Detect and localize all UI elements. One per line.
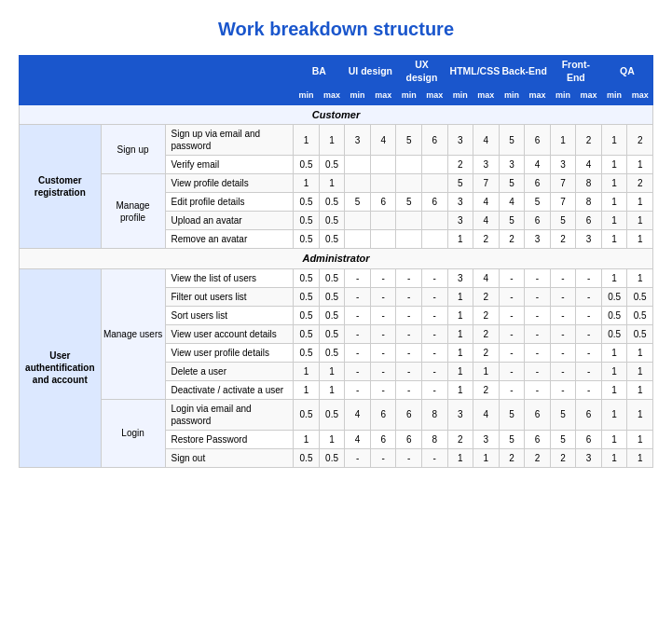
front-min-cell: -	[550, 362, 576, 380]
ba-max-cell: 0.5	[319, 268, 345, 287]
front-max-cell: 3	[576, 230, 602, 249]
back-min-cell: -	[499, 362, 525, 380]
qa-min-cell: 1	[601, 362, 627, 380]
qa-min-cell: 1	[601, 156, 627, 174]
html-max-cell: 2	[473, 287, 500, 306]
ba-max-cell: 1	[319, 125, 345, 156]
ux-max-cell	[422, 212, 448, 230]
ba-min-cell: 1	[294, 430, 320, 448]
back-max-cell: -	[525, 306, 551, 324]
ba-min-cell: 0.5	[294, 324, 320, 343]
ui-min: min	[345, 88, 371, 105]
ba-max-cell: 0.5	[319, 324, 345, 343]
front-min-cell: -	[550, 343, 576, 362]
wbs-table: BA UI design UX design HTML/CSS Back-End…	[19, 55, 653, 468]
ui-min-cell: 3	[345, 125, 371, 156]
qa-min-cell: 0.5	[601, 306, 627, 324]
qa-min-cell: 1	[601, 174, 627, 193]
ba-min-cell: 0.5	[294, 156, 320, 174]
front-min-cell: 7	[550, 174, 576, 193]
qa-min-cell: 1	[601, 448, 627, 467]
ui-min-cell	[345, 156, 371, 174]
usecase-cell: Remove an avatar	[165, 230, 294, 249]
front-max-cell: 8	[576, 193, 602, 212]
back-max-cell: 5	[525, 193, 551, 212]
ba-min-cell: 1	[294, 125, 320, 156]
qa-min-cell: 1	[601, 343, 627, 362]
section-label-row: Administrator	[20, 249, 653, 268]
ba-max-cell: 0.5	[319, 212, 345, 230]
back-min-cell: -	[499, 287, 525, 306]
front-min-cell: -	[550, 380, 576, 399]
ux-min-cell: 6	[396, 399, 422, 430]
ui-min-cell	[345, 230, 371, 249]
front-max-cell: 6	[576, 212, 602, 230]
ux-max-cell	[422, 230, 448, 249]
usecase-cell: View user profile details	[165, 343, 294, 362]
back-max-cell: 6	[525, 399, 551, 430]
ui-max-cell: -	[370, 380, 396, 399]
back-max-cell: 6	[525, 125, 551, 156]
back-max-cell: -	[525, 287, 551, 306]
ui-max-cell: -	[370, 362, 396, 380]
html-min-cell: 1	[447, 324, 473, 343]
front-min-cell: 5	[550, 212, 576, 230]
ui-max-cell	[370, 156, 396, 174]
usecase-cell: Sort users list	[165, 306, 294, 324]
ui-min-cell: 4	[345, 430, 371, 448]
col-ba-header: BA	[294, 56, 345, 88]
ux-max-cell	[422, 156, 448, 174]
html-max-cell: 4	[473, 399, 500, 430]
html-min-cell: 1	[447, 287, 473, 306]
html-min-cell: 1	[447, 306, 473, 324]
ba-min: min	[294, 88, 320, 105]
module-cell: Customer registration	[20, 125, 102, 249]
ba-max-cell: 0.5	[319, 306, 345, 324]
flow-cell: Manage profile	[101, 174, 165, 249]
qa-max-cell: 0.5	[627, 306, 653, 324]
html-min-cell: 3	[447, 125, 473, 156]
qa-max-cell: 1	[627, 230, 653, 249]
usecase-cell: Upload an avatar	[165, 212, 294, 230]
col-flow-header	[101, 56, 165, 105]
qa-min-cell: 0.5	[601, 287, 627, 306]
front-min-cell: 5	[550, 430, 576, 448]
qa-min-cell: 1	[601, 430, 627, 448]
usecase-cell: Filter out users list	[165, 287, 294, 306]
ux-min-cell: -	[396, 362, 422, 380]
section-label-cell: Administrator	[20, 249, 653, 268]
ba-max-cell: 1	[319, 362, 345, 380]
ui-max-cell: 6	[370, 399, 396, 430]
qa-max-cell: 1	[627, 448, 653, 467]
qa-min-cell: 1	[601, 212, 627, 230]
section-label-cell: Customer	[20, 104, 653, 124]
front-max-cell: 3	[576, 448, 602, 467]
ux-max-cell: 8	[422, 430, 448, 448]
col-back-header: Back-End	[499, 56, 550, 88]
ux-min: min	[396, 88, 422, 105]
ui-max-cell: -	[370, 448, 396, 467]
ux-max-cell: -	[422, 306, 448, 324]
html-max-cell: 7	[473, 174, 500, 193]
back-max-cell: 2	[525, 448, 551, 467]
ui-max-cell: -	[370, 268, 396, 287]
qa-max-cell: 1	[627, 362, 653, 380]
front-max-cell: 8	[576, 174, 602, 193]
ux-min-cell: -	[396, 306, 422, 324]
ui-min-cell: -	[345, 287, 371, 306]
front-min-cell: 2	[550, 230, 576, 249]
front-max-cell: 6	[576, 399, 602, 430]
ba-max-cell: 0.5	[319, 156, 345, 174]
ux-min-cell	[396, 174, 422, 193]
ux-max-cell	[422, 174, 448, 193]
front-min-cell: 7	[550, 193, 576, 212]
html-min-cell: 5	[447, 174, 473, 193]
html-max-cell: 4	[473, 212, 500, 230]
ba-max-cell: 0.5	[319, 343, 345, 362]
ux-min-cell: -	[396, 324, 422, 343]
back-max-cell: 3	[525, 230, 551, 249]
ba-max-cell: 0.5	[319, 230, 345, 249]
back-min-cell: -	[499, 306, 525, 324]
ba-max: max	[319, 88, 345, 105]
ba-min-cell: 0.5	[294, 306, 320, 324]
